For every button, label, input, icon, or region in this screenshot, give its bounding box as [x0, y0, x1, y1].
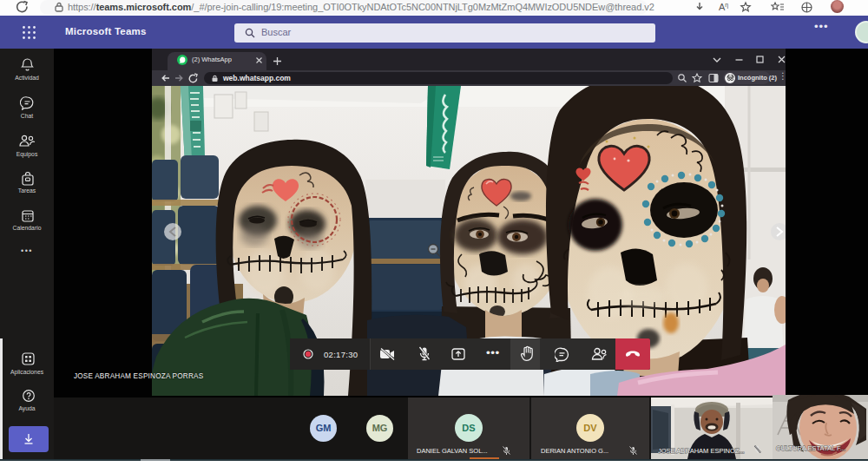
svg-text:JOSE ABRAHAM ESPINOZ...: JOSE ABRAHAM ESPINOZ... — [658, 447, 745, 455]
svg-text:CULTURA ESTATAL F...: CULTURA ESTATAL F... — [776, 444, 845, 452]
